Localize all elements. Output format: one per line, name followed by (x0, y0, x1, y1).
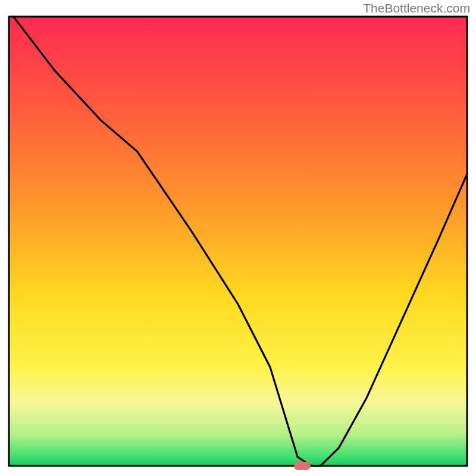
plot-background (9, 17, 467, 466)
chart-container: TheBottleneck.com (0, 0, 476, 476)
bottleneck-chart (0, 0, 476, 476)
